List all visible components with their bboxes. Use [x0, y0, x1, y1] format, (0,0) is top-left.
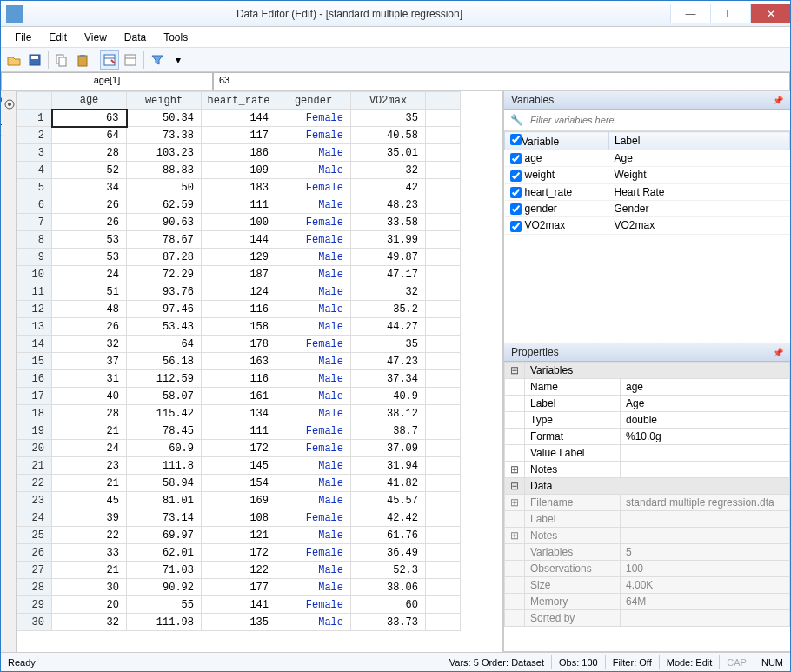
cell[interactable]: 31.99 [351, 231, 426, 249]
cell[interactable]: 37.34 [351, 370, 426, 388]
cell[interactable]: 172 [202, 440, 276, 457]
row-header[interactable]: 11 [17, 283, 52, 301]
row-header[interactable]: 9 [17, 249, 52, 266]
pin-icon[interactable]: 📌 [773, 96, 783, 105]
menu-tools[interactable]: Tools [155, 29, 196, 46]
cell[interactable]: 31.94 [351, 457, 426, 475]
cell[interactable]: Male [276, 475, 351, 492]
row-header[interactable]: 18 [17, 405, 52, 422]
cell[interactable]: 44.27 [351, 318, 426, 336]
table-row[interactable]: 153756.18163Male47.23 [17, 353, 461, 370]
cell[interactable]: 33 [52, 544, 127, 562]
cell[interactable]: 109 [202, 162, 276, 179]
cell[interactable]: 117 [202, 127, 276, 144]
cell-value[interactable]: 63 [213, 72, 790, 90]
cell[interactable]: 38.7 [351, 422, 426, 440]
cell[interactable]: 49.87 [351, 249, 426, 266]
row-header[interactable]: 24 [17, 509, 52, 527]
cell[interactable]: 172 [202, 544, 276, 562]
table-row[interactable]: 102472.29187Male47.17 [17, 266, 461, 283]
table-row[interactable]: 26473.38117Female40.58 [17, 127, 461, 144]
cell[interactable]: 111.98 [127, 614, 202, 631]
table-row[interactable]: 202460.9172Female37.09 [17, 440, 461, 457]
cell[interactable]: 93.76 [127, 283, 202, 301]
cell[interactable]: 145 [202, 457, 276, 475]
cell[interactable]: 26 [52, 214, 127, 231]
cell[interactable]: 61.76 [351, 527, 426, 544]
table-row[interactable]: 272171.03122Male52.3 [17, 562, 461, 579]
row-header[interactable]: 5 [17, 179, 52, 196]
filter-icon[interactable] [148, 50, 167, 70]
cell[interactable]: Male [276, 527, 351, 544]
menu-view[interactable]: View [76, 29, 116, 46]
cell[interactable]: Female [276, 596, 351, 614]
cell[interactable]: Female [276, 422, 351, 440]
table-row[interactable]: 115193.76124Male32 [17, 283, 461, 301]
cell[interactable]: 22 [52, 527, 127, 544]
cell[interactable]: 28 [52, 405, 127, 422]
cell[interactable]: Male [276, 283, 351, 301]
cell[interactable]: 183 [202, 179, 276, 196]
cell[interactable]: 45.57 [351, 492, 426, 509]
table-row[interactable]: 62662.59111Male48.23 [17, 196, 461, 214]
collapse-icon[interactable]: ⊟ [505, 363, 525, 379]
cell[interactable]: 115.42 [127, 405, 202, 422]
cell[interactable]: 40.9 [351, 388, 426, 405]
cell[interactable]: 187 [202, 266, 276, 283]
cell[interactable]: 111.8 [127, 457, 202, 475]
cell[interactable]: 28 [52, 144, 127, 162]
pin-icon[interactable]: 📌 [773, 348, 783, 357]
table-row[interactable]: 234581.01169Male45.57 [17, 492, 461, 509]
row-header[interactable]: 3 [17, 144, 52, 162]
cell[interactable]: 121 [202, 527, 276, 544]
row-header[interactable]: 6 [17, 196, 52, 214]
corner-cell[interactable] [17, 92, 52, 110]
var-checkbox[interactable] [510, 153, 522, 164]
cell[interactable]: 64 [52, 127, 127, 144]
prop-val[interactable]: age [621, 379, 790, 396]
cell[interactable]: 100 [202, 214, 276, 231]
cell[interactable]: 47.17 [351, 266, 426, 283]
cell[interactable]: 108 [202, 509, 276, 527]
cell[interactable]: 81.01 [127, 492, 202, 509]
status-mode[interactable]: Mode: Edit [659, 655, 720, 669]
row-header[interactable]: 21 [17, 457, 52, 475]
properties-grid[interactable]: ⊟Variables Nameage LabelAge Typedouble F… [504, 362, 790, 651]
row-header[interactable]: 25 [17, 527, 52, 544]
table-row[interactable]: 85378.67144Female31.99 [17, 231, 461, 249]
cell[interactable]: 21 [52, 422, 127, 440]
cell[interactable]: 52 [52, 162, 127, 179]
select-all-vars-checkbox[interactable] [510, 134, 522, 145]
cell[interactable]: Male [276, 162, 351, 179]
cell[interactable]: 60.9 [127, 440, 202, 457]
variables-list[interactable]: Variable Label age Age weight Weight hea… [504, 131, 790, 329]
cell[interactable]: Male [276, 144, 351, 162]
cell[interactable]: Male [276, 370, 351, 388]
cell[interactable]: 158 [202, 318, 276, 336]
cell[interactable]: 34 [52, 179, 127, 196]
menu-data[interactable]: Data [116, 29, 155, 46]
cell[interactable]: 116 [202, 370, 276, 388]
cell[interactable]: 32 [52, 336, 127, 353]
row-header[interactable]: 10 [17, 266, 52, 283]
cell[interactable]: 48 [52, 301, 127, 318]
expand-icon[interactable]: ⊞ [505, 528, 525, 544]
cell[interactable]: 26 [52, 318, 127, 336]
cell[interactable]: 42.42 [351, 509, 426, 527]
cell[interactable]: 33.73 [351, 614, 426, 631]
cell[interactable]: 50 [127, 179, 202, 196]
cell[interactable]: 124 [202, 283, 276, 301]
cell[interactable]: 45 [52, 492, 127, 509]
table-row[interactable]: 2123111.8145Male31.94 [17, 457, 461, 475]
table-row[interactable]: 243973.14108Female42.42 [17, 509, 461, 527]
table-row[interactable]: 1631112.59116Male37.34 [17, 370, 461, 388]
cell[interactable]: Male [276, 492, 351, 509]
variable-row[interactable]: gender Gender [505, 200, 790, 216]
cell[interactable]: 20 [52, 596, 127, 614]
col-header-heart_rate[interactable]: heart_rate [202, 92, 276, 110]
cell[interactable]: 177 [202, 579, 276, 596]
cell[interactable]: 26 [52, 196, 127, 214]
cell[interactable]: 24 [52, 440, 127, 457]
cell[interactable]: 90.63 [127, 214, 202, 231]
cell[interactable]: 21 [52, 562, 127, 579]
